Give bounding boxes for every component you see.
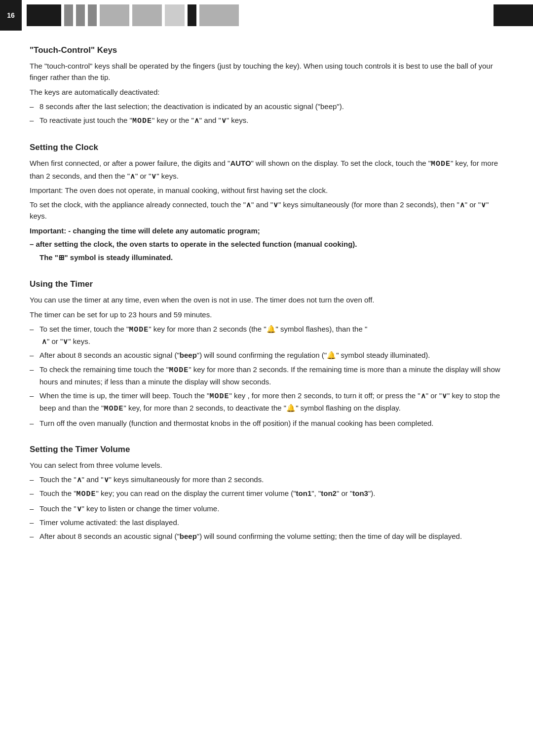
touch-control-item1: 8 seconds after the last selection; the …	[30, 101, 503, 112]
section-using-timer: Using the Timer You can use the timer at…	[30, 279, 503, 429]
using-timer-item1: To set the timer, touch the "MODE" key f…	[30, 323, 503, 347]
setting-clock-important1: Important: - changing the time will dele…	[30, 225, 503, 236]
timer-volume-title: Setting the Timer Volume	[30, 445, 503, 454]
header-block-7	[165, 4, 185, 26]
header-block-9	[199, 4, 239, 26]
using-timer-item3: To check the remaining time touch the "M…	[30, 364, 503, 388]
using-timer-item5: Turn off the oven manually (function and…	[30, 417, 503, 429]
header-block-1	[27, 4, 61, 26]
touch-control-para1: The "touch-control" keys shall be operat…	[30, 60, 503, 83]
header-block-5	[100, 4, 129, 26]
using-timer-title: Using the Timer	[30, 279, 503, 289]
using-timer-item2: After about 8 seconds an acoustic signal…	[30, 349, 503, 361]
touch-control-title: "Touch-Control" Keys	[30, 45, 503, 55]
setting-clock-para2: Important: The oven does not operate, in…	[30, 185, 503, 196]
setting-clock-para1: When first connected, or after a power f…	[30, 157, 503, 182]
timer-volume-list: Touch the "∧" and "∨" keys simultaneousl…	[30, 474, 503, 542]
header-block-3	[76, 4, 85, 26]
header-block-6	[132, 4, 162, 26]
header-block-4	[88, 4, 97, 26]
header-block-2	[64, 4, 73, 26]
timer-volume-item1: Touch the "∧" and "∨" keys simultaneousl…	[30, 474, 503, 485]
header-blocks	[22, 0, 533, 31]
page-content: "Touch-Control" Keys The "touch-control"…	[0, 45, 533, 577]
timer-volume-item2: Touch the "MODE" key; you can read on th…	[30, 488, 503, 500]
touch-control-para2: The keys are automatically deactivated:	[30, 86, 503, 98]
section-timer-volume: Setting the Timer Volume You can select …	[30, 445, 503, 542]
touch-control-list: 8 seconds after the last selection; the …	[30, 101, 503, 127]
setting-clock-important2: – after setting the clock, the oven star…	[30, 238, 503, 250]
using-timer-para1: You can use the timer at any time, even …	[30, 294, 503, 305]
page-number: 16	[0, 0, 22, 31]
setting-clock-para3: To set the clock, with the appliance alr…	[30, 199, 503, 222]
timer-volume-para1: You can select from three volume levels.	[30, 459, 503, 471]
timer-volume-item3: Touch the "∨" key to listen or change th…	[30, 503, 503, 514]
header-block-10	[494, 4, 533, 26]
setting-clock-title: Setting the Clock	[30, 143, 503, 152]
touch-control-item2: To reactivate just touch the "MODE" key …	[30, 114, 503, 127]
section-touch-control: "Touch-Control" Keys The "touch-control"…	[30, 45, 503, 127]
timer-volume-item4: Timer volume activated: the last display…	[30, 517, 503, 528]
section-setting-clock: Setting the Clock When first connected, …	[30, 143, 503, 264]
using-timer-para2: The timer can be set for up to 23 hours …	[30, 309, 503, 320]
using-timer-item4: When the time is up, the timer will beep…	[30, 390, 503, 415]
header-bar: 16	[0, 0, 533, 31]
header-block-8	[188, 4, 196, 26]
timer-volume-item5: After about 8 seconds an acoustic signal…	[30, 530, 503, 542]
setting-clock-important3: The "⊞" symbol is steady illuminated.	[30, 252, 503, 264]
using-timer-list: To set the timer, touch the "MODE" key f…	[30, 323, 503, 429]
